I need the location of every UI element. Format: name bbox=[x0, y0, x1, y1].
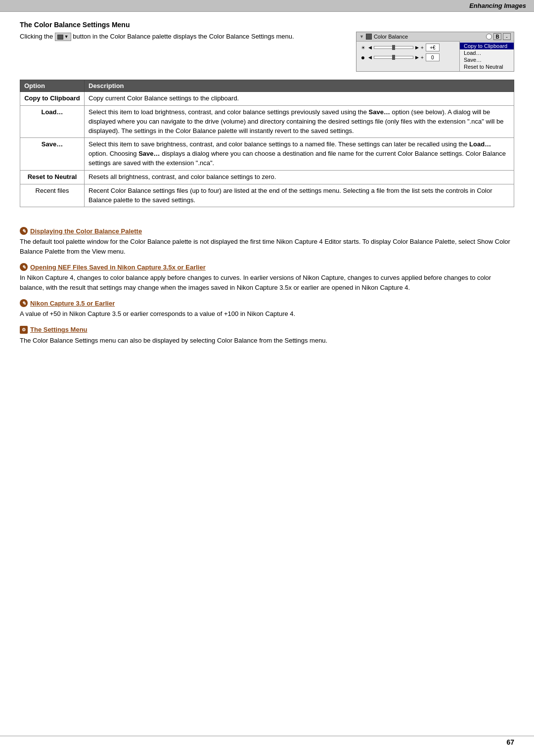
cb-sliders-area: ☀ ◀ ▶ + +€ ● ◀ bbox=[356, 42, 459, 71]
note-icon-3: ✎ bbox=[20, 299, 28, 307]
desc-save: Select this item to save brightness, con… bbox=[85, 138, 514, 171]
cb-arrow-right-1[interactable]: ▶ bbox=[415, 45, 419, 50]
cb-plus-1: + bbox=[421, 45, 424, 50]
option-recent: Recent files bbox=[20, 184, 85, 207]
cb-panel-body: ☀ ◀ ▶ + +€ ● ◀ bbox=[356, 42, 514, 71]
desc-reset: Resets all brightness, contrast, and col… bbox=[85, 170, 514, 184]
cb-sun-icon: ☀ bbox=[359, 44, 366, 51]
col-header-option: Option bbox=[20, 80, 85, 92]
page-number: 67 bbox=[506, 738, 514, 746]
table-row: Save… Select this item to save brightnes… bbox=[20, 138, 514, 171]
section-title: The Color Balance Settings Menu bbox=[20, 21, 514, 29]
cb-track-2[interactable] bbox=[374, 56, 413, 59]
page-header: Enhancing Images bbox=[0, 0, 534, 12]
note-text-nc35: A value of +50 in Nikon Capture 3.5 or e… bbox=[20, 309, 514, 319]
note-icon-settings: ⚙ bbox=[20, 326, 28, 334]
options-table: Option Description Copy to Clipboard Cop… bbox=[20, 80, 514, 207]
option-reset: Reset to Neutral bbox=[20, 170, 85, 184]
cb-track-1[interactable] bbox=[374, 46, 413, 49]
cb-thumb-2[interactable] bbox=[392, 55, 395, 60]
cb-arrow-left-1[interactable]: ◀ bbox=[368, 45, 372, 50]
table-row: Load… Select this item to load brightnes… bbox=[20, 105, 514, 138]
cb-value-2[interactable]: 0 bbox=[426, 53, 440, 61]
table-row: Copy to Clipboard Copy current Color Bal… bbox=[20, 92, 514, 106]
option-load: Load… bbox=[20, 105, 85, 138]
note-icon-1: ✎ bbox=[20, 227, 28, 235]
note-text-displaying: The default tool palette window for the … bbox=[20, 237, 514, 256]
cb-arrow-right-2[interactable]: ▶ bbox=[415, 55, 419, 60]
intro-row: Clicking the ▼ button in the Color Balan… bbox=[20, 32, 514, 72]
col-header-description: Description bbox=[85, 80, 514, 92]
note-displaying-cb: ✎ Displaying the Color Balance Palette T… bbox=[20, 227, 514, 256]
header-title: Enhancing Images bbox=[469, 2, 526, 9]
note-opening-nef: ✎ Opening NEF Files Saved in Nikon Captu… bbox=[20, 263, 514, 292]
desc-copy: Copy current Color Balance settings to t… bbox=[85, 92, 514, 106]
desc-recent: Recent Color Balance settings files (up … bbox=[85, 184, 514, 207]
cb-small-btn2[interactable]: - bbox=[503, 33, 511, 40]
cb-circle-btn[interactable] bbox=[486, 34, 492, 40]
cb-small-btn[interactable]: B bbox=[493, 33, 501, 40]
cb-menu-load[interactable]: Load… bbox=[460, 49, 514, 56]
color-balance-panel: ▼ Color Balance B - ☀ ◀ bbox=[356, 32, 514, 72]
note-title-nc35: ✎ Nikon Capture 3.5 or Earlier bbox=[20, 299, 514, 307]
cb-value-1[interactable]: +€ bbox=[426, 44, 440, 51]
footer: 67 bbox=[0, 736, 534, 746]
note-title-nef: ✎ Opening NEF Files Saved in Nikon Captu… bbox=[20, 263, 514, 271]
desc-load: Select this item to load brightness, con… bbox=[85, 105, 514, 138]
notes-section: ✎ Displaying the Color Balance Palette T… bbox=[20, 227, 514, 345]
note-title-displaying: ✎ Displaying the Color Balance Palette bbox=[20, 227, 514, 235]
note-text-settings: The Color Balance Settings menu can also… bbox=[20, 336, 514, 346]
intro-text: Clicking the ▼ button in the Color Balan… bbox=[20, 32, 346, 42]
table-row: Reset to Neutral Resets all brightness, … bbox=[20, 170, 514, 184]
cb-plus-2: + bbox=[421, 55, 424, 60]
cb-slider-row-2: ● ◀ ▶ + 0 bbox=[359, 53, 456, 61]
cb-menu-save[interactable]: Save… bbox=[460, 56, 514, 63]
note-icon-2: ✎ bbox=[20, 263, 28, 271]
cb-thumb-1[interactable] bbox=[392, 45, 395, 50]
cb-circle-icon: ● bbox=[359, 54, 366, 61]
table-row: Recent files Recent Color Balance settin… bbox=[20, 184, 514, 207]
cb-menu-reset[interactable]: Reset to Neutral bbox=[460, 63, 514, 70]
note-nc35: ✎ Nikon Capture 3.5 or Earlier A value o… bbox=[20, 299, 514, 319]
cb-panel-header: ▼ Color Balance B - bbox=[356, 32, 514, 42]
cb-menu-copy[interactable]: Copy to Clipboard bbox=[460, 43, 514, 49]
cb-arrow-left-2[interactable]: ◀ bbox=[368, 55, 372, 60]
inline-button-icon: ▼ bbox=[55, 33, 71, 42]
cb-panel-title: Color Balance bbox=[374, 34, 408, 40]
main-content: The Color Balance Settings Menu Clicking… bbox=[0, 12, 534, 361]
note-text-nef: In Nikon Capture 4, changes to color bal… bbox=[20, 273, 514, 292]
cb-slider-row-1: ☀ ◀ ▶ + +€ bbox=[359, 44, 456, 51]
option-save: Save… bbox=[20, 138, 85, 171]
note-title-settings: ⚙ The Settings Menu bbox=[20, 326, 514, 334]
option-copy: Copy to Clipboard bbox=[20, 92, 85, 106]
note-settings-menu: ⚙ The Settings Menu The Color Balance Se… bbox=[20, 326, 514, 346]
cb-menu-items: Copy to Clipboard Load… Save… Reset to N… bbox=[459, 42, 514, 71]
